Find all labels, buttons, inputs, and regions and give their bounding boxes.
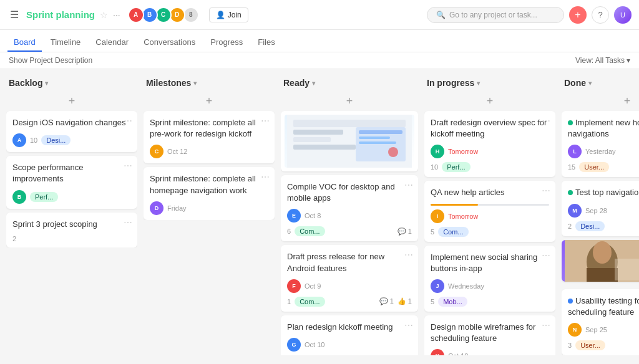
chevron-down-icon: ▾ (627, 56, 630, 65)
card-sprint3-scoping[interactable]: ⋯ Sprint 3 project scoping 2 (6, 213, 137, 247)
add-button[interactable]: + (569, 6, 587, 24)
card-tag[interactable]: Mob... (438, 297, 467, 307)
card-qa-articles[interactable]: ⋯ QA new help articles I Tomorrow 5 Com.… (424, 181, 555, 241)
card-tag[interactable]: Perf... (30, 192, 58, 202)
card-date: Tomorrow (448, 148, 478, 155)
card-more-icon[interactable]: ⋯ (542, 186, 550, 196)
card-avatar: L (568, 145, 582, 158)
card-milestone-2[interactable]: ⋯ Sprint milestone: complete all homepag… (144, 167, 275, 219)
column-done: Done ▾ + ⋯ Implement new homepage naviga… (562, 74, 639, 355)
card-design-ios[interactable]: ⋯ Design iOS navigation changes A 10 Des… (6, 111, 137, 152)
card-draft-redesign[interactable]: ⋯ Draft redesign overview spec for kicko… (424, 111, 555, 177)
card-compile-voc[interactable]: ⋯ Compile VOC for desktop and mobile app… (281, 175, 418, 241)
chevron-down-icon: ▾ (588, 80, 592, 87)
card-mobile-wireframes[interactable]: ⋯ Design mobile wireframes for schedulin… (424, 315, 555, 355)
card-meta: M Sep 28 (568, 204, 639, 218)
card-meta: A 10 Desi... (12, 133, 131, 147)
column-title-ready: Ready (283, 78, 310, 88)
card-tag[interactable]: Desi... (575, 221, 605, 231)
tab-board[interactable]: Board (7, 34, 42, 52)
card-tag[interactable]: Com... (295, 297, 324, 307)
add-card-done[interactable]: + (562, 92, 639, 111)
card-more-icon[interactable]: ⋯ (261, 172, 270, 182)
avatar[interactable]: A (128, 7, 144, 23)
star-icon[interactable]: ☆ (100, 10, 108, 20)
card-tag[interactable]: Com... (295, 226, 324, 236)
card-meta: D Friday (150, 201, 268, 215)
column-header-in-progress[interactable]: In progress ▾ (424, 74, 555, 92)
card-image (285, 115, 414, 168)
card-more-icon[interactable]: ⋯ (404, 250, 413, 260)
tab-progress[interactable]: Progress (204, 34, 249, 52)
card-tag[interactable]: Com... (438, 227, 468, 237)
card-implement-homepage[interactable]: ⋯ Implement new homepage navigations L Y… (562, 111, 639, 177)
card-more-icon[interactable]: ⋯ (404, 320, 413, 330)
card-avatar: M (568, 204, 582, 218)
project-title: Sprint planning (26, 9, 95, 20)
chevron-down-icon: ▾ (45, 80, 48, 87)
card-more-icon[interactable]: ⋯ (542, 320, 550, 330)
sub-header: Show Project Description View: All Tasks… (0, 52, 639, 69)
view-all-button[interactable]: View: All Tasks ▾ (575, 56, 630, 65)
card-title: Implement new homepage navigations (568, 117, 639, 140)
card-tag[interactable]: Perf... (442, 162, 470, 172)
card-avatar: I (431, 209, 444, 223)
tab-conversations[interactable]: Conversations (137, 34, 202, 52)
card-more-icon[interactable]: ⋯ (542, 116, 550, 126)
help-button[interactable]: ? (592, 6, 609, 24)
card-more-icon[interactable]: ⋯ (404, 180, 413, 190)
card-title: Design iOS navigation changes (12, 117, 131, 128)
hamburger-icon[interactable]: ☰ (7, 6, 21, 23)
chevron-down-icon: ▾ (312, 80, 315, 87)
column-header-backlog[interactable]: Backlog ▾ (6, 74, 137, 92)
more-options-icon[interactable]: ··· (113, 10, 120, 20)
add-card-milestones[interactable]: + (144, 92, 275, 111)
tab-timeline[interactable]: Timeline (44, 34, 87, 52)
card-press-release[interactable]: ⋯ Draft press release for new Android fe… (281, 245, 418, 311)
card-scope-performance[interactable]: ⋯ Scope performance improvements B Perf.… (6, 156, 137, 208)
card-meta: G Oct 10 (287, 338, 412, 352)
card-title: Usability testing for new scheduling fea… (568, 295, 639, 318)
card-more-icon[interactable]: ⋯ (261, 116, 270, 126)
add-card-backlog[interactable]: + (6, 92, 137, 111)
card-tag[interactable]: Desi... (41, 135, 71, 145)
card-more-icon[interactable]: ⋯ (124, 116, 132, 126)
column-header-ready[interactable]: Ready ▾ (281, 74, 418, 92)
card-social-sharing[interactable]: ⋯ Implement new social sharing buttons i… (424, 246, 555, 312)
svg-rect-13 (587, 268, 618, 282)
card-title: Draft press release for new Android feat… (287, 251, 412, 274)
user-avatar[interactable]: U (614, 6, 632, 24)
show-project-link[interactable]: Show Project Description (9, 56, 92, 65)
column-header-milestones[interactable]: Milestones ▾ (144, 74, 275, 92)
add-card-ready[interactable]: + (281, 92, 418, 111)
card-milestone-1[interactable]: ⋯ Sprint milestone: complete all pre-wor… (144, 111, 275, 163)
column-header-done[interactable]: Done ▾ (562, 74, 639, 92)
card-test-navigations[interactable]: ⋯ Test top navigations M Sep 28 2 Desi..… (562, 181, 639, 236)
card-number: 3 (568, 342, 572, 349)
card-more-icon[interactable]: ⋯ (542, 251, 550, 261)
card-plan-kickoff[interactable]: ⋯ Plan redesign kickoff meeting G Oct 10… (281, 315, 418, 355)
progress-fill (431, 204, 478, 206)
card-title: Implement new social sharing buttons in-… (431, 252, 549, 274)
tab-files[interactable]: Files (251, 34, 281, 52)
card-tags-row: 1 Com... 💬 1 👍 1 (287, 297, 412, 307)
card-date: Oct 10 (448, 352, 468, 355)
card-number: 2 (568, 223, 572, 230)
card-usability-testing[interactable]: ⋯ Usability testing for new scheduling f… (562, 289, 639, 355)
card-meta: E Oct 8 (287, 209, 412, 223)
join-icon: 👤 (216, 11, 225, 19)
card-avatar: E (287, 209, 301, 223)
tab-calendar[interactable]: Calendar (89, 34, 135, 52)
add-card-in-progress[interactable]: + (424, 92, 555, 111)
card-image-preview[interactable]: ⋯ (281, 111, 418, 171)
card-avatar: D (150, 201, 163, 215)
card-done-image[interactable] (562, 240, 639, 282)
search-icon: 🔍 (436, 11, 446, 19)
search-bar[interactable]: 🔍 Go to any project or task... (427, 7, 564, 23)
card-date: Sep 25 (585, 326, 607, 333)
card-more-icon[interactable]: ⋯ (124, 218, 132, 228)
join-button[interactable]: 👤 Join (209, 7, 248, 22)
card-more-icon[interactable]: ⋯ (124, 161, 132, 171)
card-tag[interactable]: User... (579, 162, 609, 172)
card-tag[interactable]: User... (575, 340, 605, 350)
